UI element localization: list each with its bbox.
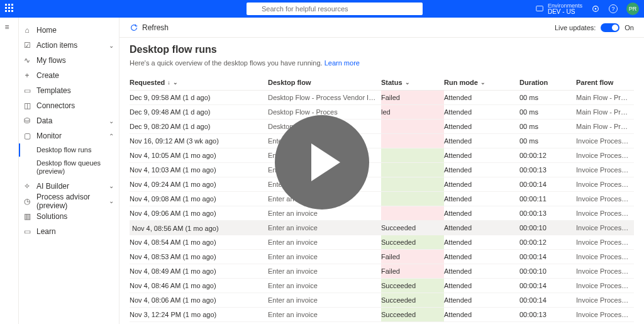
- cell-status: Succeeded: [381, 221, 444, 235]
- search-box[interactable]: [247, 3, 423, 15]
- nav-create[interactable]: +Create: [19, 68, 119, 83]
- col-run-mode[interactable]: Run mode ⌄: [444, 79, 519, 86]
- flows-icon: ∿: [23, 56, 31, 65]
- table-row[interactable]: Nov 4, 08:46 AM (1 mo ago)Enter an invoi…: [130, 279, 634, 293]
- col-duration[interactable]: Duration: [519, 79, 576, 86]
- hamburger-icon[interactable]: ≡: [5, 23, 14, 31]
- chevron-down-icon: ⌄: [109, 198, 114, 204]
- live-updates-toggle[interactable]: [601, 23, 619, 32]
- nav-solutions[interactable]: ▥Solutions: [19, 209, 119, 224]
- cell-status: [381, 134, 444, 148]
- table-row[interactable]: Nov 16, 09:12 AM (3 wk ago)Enter an inAt…: [130, 134, 634, 148]
- environment-picker[interactable]: Environments DEV - US: [535, 3, 582, 15]
- sidebar: ⌂Home ☑Action items⌄ ∿My flows +Create ▭…: [19, 18, 119, 324]
- nav-action-items[interactable]: ☑Action items⌄: [19, 38, 119, 53]
- table-row[interactable]: Dec 9, 08:20 AM (1 d ago)Desktop Flow -A…: [130, 120, 634, 134]
- nav-monitor[interactable]: ▢Monitor⌃: [19, 128, 119, 143]
- nav-label: Learn: [36, 227, 56, 236]
- gear-icon[interactable]: [591, 4, 600, 13]
- cell-mode: Attended: [444, 152, 519, 159]
- nav-label: Templates: [36, 86, 71, 95]
- action-icon: ☑: [23, 41, 31, 50]
- nav-learn[interactable]: ▭Learn: [19, 224, 119, 239]
- cell-duration: 00:00:12: [519, 152, 576, 159]
- avatar[interactable]: PR: [626, 3, 639, 15]
- nav-my-flows[interactable]: ∿My flows: [19, 53, 119, 68]
- nav-process-advisor[interactable]: ◷Process advisor (preview)⌄: [19, 194, 119, 209]
- cell-requested: Nov 4, 08:54 AM (1 mo ago): [130, 238, 268, 246]
- table-row[interactable]: Nov 4, 10:03 AM (1 mo ago)Enter anAttend…: [130, 163, 634, 177]
- col-requested[interactable]: Requested ↓ ⌄: [130, 79, 268, 86]
- svg-rect-2: [536, 6, 543, 11]
- cell-mode: Attended: [444, 267, 519, 275]
- cell-status: Failed: [381, 264, 444, 278]
- cell-parent: Invoice Processing: [576, 296, 634, 304]
- cell-mode: Attended: [444, 253, 519, 260]
- cell-flow: Enter an invoice: [268, 267, 381, 275]
- col-status[interactable]: Status ⌄: [381, 79, 444, 86]
- col-parent-flow[interactable]: Parent flow: [576, 79, 634, 86]
- cell-flow: Enter an invoice: [268, 253, 381, 260]
- sort-desc-icon: ↓: [167, 79, 170, 86]
- play-button[interactable]: [275, 115, 369, 209]
- nav-ai-builder[interactable]: ✧AI Builder⌄: [19, 179, 119, 194]
- search-input[interactable]: [247, 3, 423, 15]
- table-row[interactable]: Nov 4, 08:06 AM (1 mo ago)Enter an invoi…: [130, 293, 634, 308]
- refresh-button[interactable]: Refresh: [130, 23, 169, 32]
- table-row[interactable]: Dec 9, 09:58 AM (1 d ago)Desktop Flow - …: [130, 91, 634, 105]
- page-subtitle: Here's a quick overview of the desktop f…: [130, 59, 634, 67]
- table-row[interactable]: Nov 4, 09:06 AM (1 mo ago)Enter an invoi…: [130, 206, 634, 221]
- nav-home[interactable]: ⌂Home: [19, 23, 119, 38]
- nav-label: Data: [36, 116, 52, 125]
- table-row[interactable]: Nov 4, 08:53 AM (1 mo ago)Enter an invoi…: [130, 250, 634, 264]
- cell-duration: 00:00:14: [519, 282, 576, 289]
- nav-label: My flows: [36, 56, 66, 65]
- cell-requested: Nov 4, 10:03 AM (1 mo ago): [130, 166, 268, 174]
- ai-icon: ✧: [23, 182, 31, 191]
- table-row[interactable]: Nov 4, 08:49 AM (1 mo ago)Enter an invoi…: [130, 264, 634, 279]
- table-row[interactable]: Nov 4, 09:08 AM (1 mo ago)Enter an inAtt…: [130, 192, 634, 206]
- app-launcher-icon[interactable]: [5, 4, 15, 14]
- table-row[interactable]: Nov 4, 10:05 AM (1 mo ago)Enter anAttend…: [130, 148, 634, 163]
- cell-requested: Nov 4, 08:49 AM (1 mo ago): [130, 267, 268, 275]
- cell-duration: 00:00:14: [519, 253, 576, 260]
- chevron-down-icon: ⌄: [405, 79, 410, 86]
- col-desktop-flow[interactable]: Desktop flow: [268, 79, 381, 86]
- chevron-down-icon: ⌄: [173, 79, 178, 86]
- cell-requested: Nov 16, 09:12 AM (3 wk ago): [130, 137, 268, 145]
- cell-flow: Enter an invoice: [268, 296, 381, 304]
- cell-mode: Attended: [444, 108, 519, 116]
- cell-parent: Invoice Processing: [576, 195, 634, 203]
- cell-requested: Nov 4, 08:46 AM (1 mo ago): [130, 282, 268, 289]
- cell-status: led: [381, 105, 444, 119]
- environment-icon: [535, 4, 544, 13]
- cell-status: Succeeded: [381, 308, 444, 321]
- cell-parent: Main Flow - Process AI Builder Docu...: [576, 94, 634, 101]
- help-icon[interactable]: ?: [609, 4, 618, 13]
- nav-data[interactable]: ⛁Data⌄: [19, 113, 119, 128]
- table-row[interactable]: Nov 4, 09:24 AM (1 mo ago)Enter anAttend…: [130, 177, 634, 192]
- nav-connectors[interactable]: ◫Connectors: [19, 98, 119, 113]
- cell-status: [381, 148, 444, 162]
- rail: ≡: [0, 18, 19, 324]
- nav-templates[interactable]: ▭Templates: [19, 83, 119, 98]
- cell-requested: Nov 4, 10:05 AM (1 mo ago): [130, 152, 268, 159]
- cell-duration: 00:00:14: [519, 181, 576, 188]
- nav-desktop-flow-queues[interactable]: Desktop flow queues (preview): [36, 157, 119, 178]
- live-updates-label: Live updates:: [555, 24, 596, 31]
- cell-status: [381, 177, 444, 191]
- cell-flow: Enter an invoice: [268, 238, 381, 246]
- learn-more-link[interactable]: Learn more: [325, 59, 360, 67]
- table-row[interactable]: Nov 3, 12:24 PM (1 mo ago)Enter an invoi…: [130, 308, 634, 322]
- environment-value: DEV - US: [548, 9, 582, 15]
- cell-parent: Invoice Processing: [576, 166, 634, 174]
- cell-flow: Enter an invoice: [268, 282, 381, 289]
- table-row[interactable]: Dec 9, 09:48 AM (1 d ago)Desktop Flow - …: [130, 105, 634, 120]
- cell-mode: Attended: [444, 282, 519, 289]
- table-row[interactable]: Nov 4, 08:54 AM (1 mo ago)Enter an invoi…: [130, 235, 634, 250]
- cell-requested: Dec 9, 09:58 AM (1 d ago): [130, 94, 268, 101]
- table-row[interactable]: ⋮Nov 4, 08:56 AM (1 mo ago)Enter an invo…: [130, 221, 634, 235]
- cell-duration: 00:00:10: [519, 267, 576, 275]
- nav-desktop-flow-runs[interactable]: Desktop flow runs: [36, 143, 119, 157]
- nav-label: Action items: [36, 41, 77, 50]
